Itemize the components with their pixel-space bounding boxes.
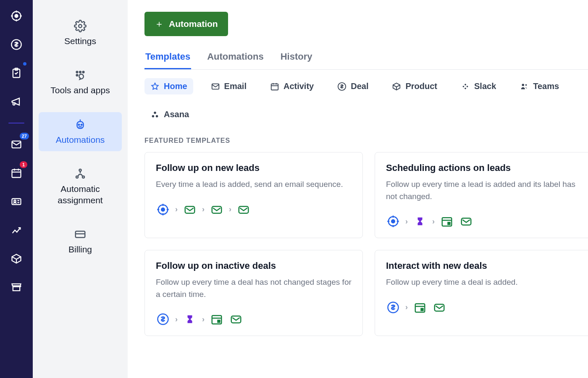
tab-templates[interactable]: Templates [144, 51, 191, 69]
filter-label: Teams [533, 81, 559, 91]
dollar-icon [10, 39, 22, 50]
mail-step-icon [183, 202, 197, 217]
filter-email[interactable]: Email [205, 78, 252, 94]
chevron-icon: › [202, 315, 205, 324]
rail-campaigns[interactable] [8, 93, 25, 110]
card-steps: › › › [156, 202, 352, 217]
side-label: Tools and apps [50, 84, 110, 96]
rail-activities[interactable]: 1 [8, 165, 25, 181]
template-card[interactable]: Follow up on inactive deals Follow up ev… [144, 250, 363, 336]
svg-point-26 [81, 124, 82, 125]
svg-point-46 [152, 115, 155, 117]
card-title: Scheduling actions on leads [386, 163, 582, 173]
svg-point-49 [161, 208, 165, 211]
dollar-step-icon [156, 312, 170, 326]
template-cards: Follow up on new leads Every time a lead… [144, 152, 588, 336]
card-desc: Follow up every time a deal is added. [386, 276, 582, 289]
calendar-step-icon [440, 214, 454, 228]
rail-insights[interactable] [8, 222, 25, 239]
card-steps: › [386, 300, 582, 315]
mail-step-icon [432, 300, 446, 315]
rail-contacts[interactable] [8, 193, 25, 210]
template-card[interactable]: Follow up on new leads Every time a lead… [144, 152, 363, 238]
svg-point-43 [522, 84, 525, 86]
card-title: Follow up on new leads [156, 163, 352, 173]
rail-divider [8, 123, 24, 123]
mail-step-icon [229, 312, 243, 326]
svg-rect-66 [462, 218, 471, 225]
side-item-automations[interactable]: Automations [39, 112, 122, 151]
svg-rect-14 [12, 199, 21, 205]
side-label: Settings [64, 35, 96, 47]
chart-icon [10, 224, 22, 236]
svg-rect-76 [435, 304, 444, 311]
rail-products[interactable] [8, 250, 25, 267]
activities-badge: 1 [20, 161, 27, 168]
chevron-icon: › [202, 205, 205, 214]
side-item-billing[interactable]: Billing [39, 222, 122, 261]
filter-teams[interactable]: Teams [514, 78, 565, 94]
rail-leads[interactable] [8, 8, 25, 24]
chevron-icon: › [229, 205, 231, 214]
card-title: Interact with new deals [386, 260, 582, 271]
chevron-icon: › [432, 217, 435, 226]
rail-projects[interactable] [8, 65, 25, 81]
clipboard-icon [10, 67, 22, 79]
box-icon [10, 253, 22, 265]
filter-home[interactable]: Home [144, 78, 193, 94]
svg-point-20 [76, 71, 78, 73]
rail-marketplace[interactable] [8, 279, 25, 296]
filter-label: Activity [284, 81, 314, 91]
filter-label: Deal [351, 81, 368, 91]
card-title: Follow up on inactive deals [156, 260, 352, 271]
filter-slack[interactable]: Slack [455, 78, 502, 94]
section-title: FEATURED TEMPLATES [144, 137, 588, 144]
template-card[interactable]: Interact with new deals Follow up every … [375, 250, 588, 336]
filter-row: Home Email Activity Deal Product Slack T… [144, 78, 588, 123]
svg-rect-71 [231, 316, 241, 323]
svg-point-25 [79, 124, 80, 125]
icon-rail: 27 1 [0, 0, 33, 378]
calendar-step-icon [413, 300, 427, 315]
target-icon [10, 10, 22, 22]
asana-icon [150, 110, 160, 119]
add-automation-button[interactable]: ＋ Automation [144, 12, 228, 36]
side-label: Automatic assignment [41, 183, 119, 206]
filter-label: Product [405, 81, 437, 91]
svg-rect-10 [12, 170, 21, 178]
side-item-tools[interactable]: Tools and apps [39, 63, 122, 102]
template-card[interactable]: Scheduling actions on leads Follow up ev… [375, 152, 588, 238]
dollar-step-icon [386, 300, 400, 315]
notification-dot [23, 62, 26, 66]
svg-rect-75 [421, 308, 423, 310]
filter-label: Asana [164, 110, 189, 119]
filter-asana[interactable]: Asana [144, 106, 195, 123]
side-item-settings[interactable]: Settings [39, 13, 122, 52]
tab-automations[interactable]: Automations [206, 51, 264, 69]
chevron-icon: › [175, 205, 178, 214]
rail-deals[interactable] [8, 36, 25, 53]
megaphone-icon [10, 96, 22, 108]
svg-rect-39 [463, 86, 465, 87]
side-item-assignment[interactable]: Automatic assignment [39, 161, 122, 212]
svg-point-58 [391, 220, 395, 223]
svg-rect-56 [239, 206, 249, 213]
chevron-icon: › [175, 315, 178, 324]
filter-deal[interactable]: Deal [331, 78, 374, 94]
assignment-icon [74, 167, 87, 181]
rail-mail[interactable]: 27 [8, 136, 25, 153]
mail-badge: 27 [20, 133, 29, 139]
add-button-label: Automation [169, 19, 218, 29]
dollar-small-icon [337, 82, 346, 91]
store-icon [10, 281, 22, 293]
svg-point-23 [76, 74, 78, 76]
side-label: Automations [56, 134, 105, 145]
filter-activity[interactable]: Activity [264, 78, 320, 94]
card-steps: › › [156, 312, 352, 326]
target-step-icon [156, 202, 170, 217]
filter-product[interactable]: Product [386, 78, 443, 94]
tab-history[interactable]: History [280, 51, 313, 69]
hourglass-step-icon [413, 214, 427, 228]
side-label: Billing [68, 244, 92, 255]
id-card-icon [10, 196, 22, 207]
